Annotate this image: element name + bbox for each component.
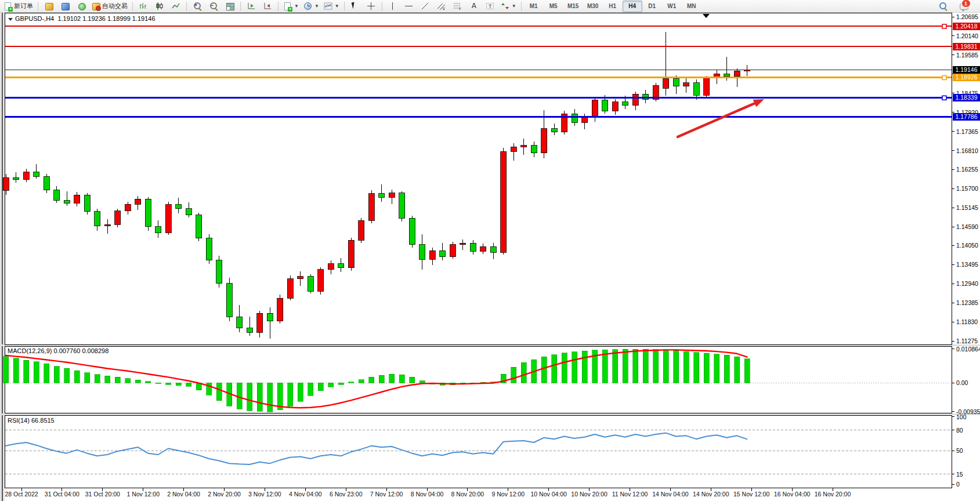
macd-histogram-bar [216, 383, 222, 401]
macd-histogram-bar [663, 350, 668, 383]
macd-histogram-bar [3, 357, 9, 383]
macd-histogram-bar [135, 380, 140, 383]
panel-splitter[interactable] [0, 413, 980, 415]
candle [602, 100, 608, 111]
macd-tick-label: 0.00 [956, 379, 968, 386]
mt4-window: + 新订单 自动交易 + − +▼ ▼ ▼ [0, 0, 980, 501]
date-label: 16 Nov 04:00 [774, 491, 810, 498]
rsi-tick-label: 0 [956, 481, 960, 488]
candle [501, 151, 507, 252]
date-label: 31 Oct 20:00 [85, 491, 120, 498]
price-tick-label: 1.19585 [956, 52, 978, 59]
candle [145, 199, 151, 226]
candle [623, 102, 628, 106]
date-label: 14 Nov 04:00 [652, 491, 688, 498]
candle [663, 79, 669, 89]
macd-histogram-bar [420, 381, 425, 383]
date-label: 8 Nov 20:00 [451, 491, 484, 498]
line-handle[interactable] [942, 75, 946, 79]
macd-histogram-bar [359, 380, 364, 383]
price-line-badge[interactable]: 1.17786 [953, 113, 980, 121]
macd-histogram-bar [13, 358, 19, 383]
candle [196, 215, 202, 238]
candle [277, 298, 283, 321]
date-label: 2 Nov 04:00 [167, 491, 200, 498]
date-label: 10 Nov 04:00 [530, 491, 566, 498]
price-tick-label: 1.16810 [956, 147, 978, 154]
symbol-dropdown-icon[interactable] [8, 18, 13, 21]
macd-histogram-bar [735, 357, 740, 383]
candle [673, 79, 679, 86]
price-tick-label: 1.11830 [956, 318, 978, 325]
macd-histogram-bar [156, 383, 161, 383]
macd-label: MACD(12,26,9) 0.007760 0.008298 [8, 347, 109, 354]
candle [592, 100, 598, 116]
date-label: 14 Nov 20:00 [693, 491, 729, 498]
macd-histogram-bar [552, 355, 557, 383]
macd-histogram-bar [105, 376, 110, 383]
date-label: 4 Nov 04:00 [289, 491, 322, 498]
macd-histogram-bar [186, 383, 191, 386]
price-line-badge[interactable]: 1.19831 [953, 43, 980, 50]
candle [3, 177, 9, 190]
candle [318, 270, 324, 291]
price-tick-label: 1.16255 [956, 166, 978, 173]
macd-histogram-bar [74, 371, 79, 383]
price-line-badge[interactable]: 1.18926 [953, 74, 980, 81]
macd-histogram-bar [257, 383, 262, 411]
date-label: 16 Nov 20:00 [815, 491, 851, 498]
candle [267, 313, 273, 321]
candle [734, 71, 740, 76]
candle [125, 204, 131, 211]
rsi-tick-label: 80 [956, 427, 963, 434]
candle [440, 251, 446, 257]
macd-histogram-bar [247, 383, 252, 411]
macd-histogram-bar [34, 362, 39, 383]
rsi-panel[interactable] [5, 416, 952, 488]
price-tick-label: 1.12940 [956, 280, 978, 287]
candle [379, 194, 385, 198]
macd-name: MACD(12,26,9) [8, 347, 52, 354]
candle [612, 102, 618, 111]
price-tick-label: 1.11275 [956, 337, 978, 344]
price-line-badge[interactable]: 1.20418 [953, 23, 980, 30]
candle [298, 277, 303, 279]
candle [429, 251, 435, 259]
candle [368, 194, 374, 220]
macd-histogram-bar [389, 374, 395, 383]
candle [420, 245, 425, 260]
macd-histogram-bar [328, 383, 334, 387]
date-label: 10 Nov 20:00 [571, 491, 607, 498]
candle [308, 277, 313, 292]
candle [409, 218, 415, 244]
candle [541, 129, 547, 153]
macd-signal-value: 0.008298 [82, 347, 109, 354]
price-line-badge[interactable]: 1.18339 [953, 94, 980, 101]
candle [287, 279, 293, 298]
symbol-period: GBPUSD-,H4 [15, 15, 54, 22]
candle [389, 193, 395, 198]
macd-histogram-bar [369, 377, 374, 383]
macd-main-value: 0.007760 [53, 347, 80, 354]
macd-histogram-bar [64, 368, 70, 383]
main-panel[interactable] [5, 13, 952, 345]
date-label: 2 Nov 20:00 [208, 491, 241, 498]
line-handle[interactable] [942, 96, 946, 100]
macd-histogram-bar [674, 350, 679, 383]
chart-canvas[interactable] [0, 0, 980, 501]
candle [165, 205, 171, 233]
candle [135, 199, 141, 204]
macd-histogram-bar [44, 364, 49, 383]
candle [328, 264, 334, 270]
macd-panel[interactable] [5, 347, 952, 413]
candle [44, 176, 49, 190]
rsi-tick-label: 15 [956, 471, 963, 478]
macd-histogram-bar [653, 350, 659, 383]
line-handle[interactable] [942, 24, 946, 28]
macd-histogram-bar [85, 373, 90, 383]
price-tick-label: 1.13495 [956, 261, 978, 268]
macd-histogram-bar [146, 382, 151, 383]
date-label: 1 Nov 12:00 [126, 491, 160, 498]
candle [206, 238, 212, 260]
candle [115, 211, 121, 224]
